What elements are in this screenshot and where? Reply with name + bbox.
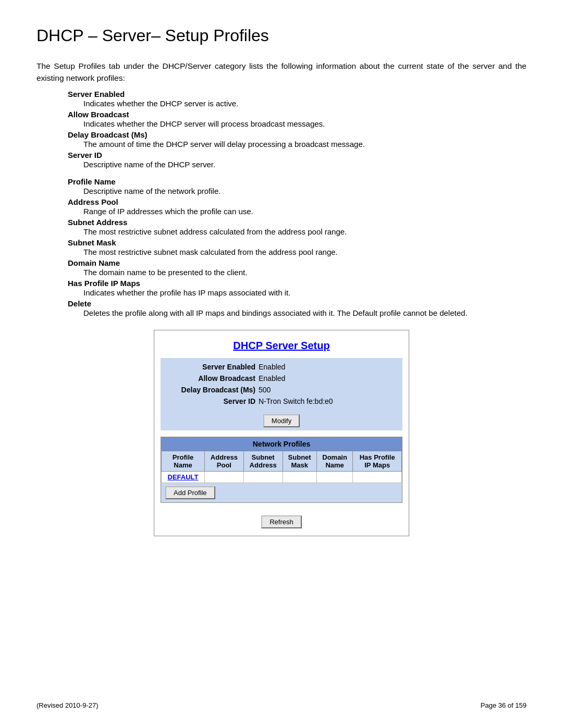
delay-broadcast-label: Delay Broadcast (Ms)	[165, 386, 259, 394]
refresh-row: Refresh	[154, 509, 409, 536]
field-list-1: Server Enabled Indicates whether the DHC…	[68, 90, 527, 169]
field-server-id: Server ID Descriptive name of the DHCP s…	[68, 151, 527, 169]
has-profile-ip-maps-cell	[353, 471, 402, 483]
network-profiles-header: Network Profiles	[161, 437, 402, 451]
table-header-row: ProfileName AddressPool SubnetAddress Su…	[162, 451, 402, 471]
server-id-value: N-Tron Switch fe:bd:e0	[259, 397, 398, 405]
add-profile-row: Add Profile	[161, 483, 402, 502]
th-subnet-address: SubnetAddress	[243, 451, 283, 471]
address-pool-cell	[205, 471, 244, 483]
intro-paragraph: The Setup Profiles tab under the DHCP/Se…	[36, 60, 527, 84]
modify-row: Modify	[161, 410, 402, 430]
subnet-mask-cell	[283, 471, 316, 483]
default-profile-link[interactable]: DEFAULT	[168, 473, 199, 481]
dhcp-panel-title: DHCP Server Setup	[154, 330, 409, 358]
delay-broadcast-row: Delay Broadcast (Ms) 500	[161, 384, 402, 396]
footer-page: Page 36 of 159	[481, 701, 527, 709]
server-id-row: Server ID N-Tron Switch fe:bd:e0	[161, 396, 402, 407]
profiles-table: ProfileName AddressPool SubnetAddress Su…	[161, 451, 402, 483]
field-server-enabled: Server Enabled Indicates whether the DHC…	[68, 90, 527, 108]
domain-name-cell	[316, 471, 353, 483]
page-title: DHCP – Server– Setup Profiles	[36, 26, 527, 45]
th-subnet-mask: SubnetMask	[283, 451, 316, 471]
field-domain-name: Domain Name The domain name to be presen…	[68, 258, 527, 277]
refresh-button[interactable]: Refresh	[261, 515, 302, 528]
field-subnet-address: Subnet Address The most restrictive subn…	[68, 218, 527, 236]
th-domain-name: DomainName	[316, 451, 353, 471]
delay-broadcast-value: 500	[259, 386, 398, 394]
server-info-section: Server Enabled Enabled Allow Broadcast E…	[161, 358, 402, 410]
footer-revised: (Revised 2010-9-27)	[36, 701, 99, 709]
th-profile-name: ProfileName	[162, 451, 205, 471]
server-enabled-row: Server Enabled Enabled	[161, 361, 402, 373]
field-list-2: Profile Name Descriptive name of the net…	[68, 177, 527, 317]
field-subnet-mask: Subnet Mask The most restrictive subnet …	[68, 238, 527, 256]
dhcp-server-setup-panel: DHCP Server Setup Server Enabled Enabled…	[154, 330, 409, 536]
field-delete: Delete Deletes the profile along with al…	[68, 299, 527, 317]
field-has-profile-ip-maps: Has Profile IP Maps Indicates whether th…	[68, 279, 527, 297]
server-enabled-label: Server Enabled	[165, 363, 259, 371]
th-address-pool: AddressPool	[205, 451, 244, 471]
allow-broadcast-row: Allow Broadcast Enabled	[161, 373, 402, 384]
allow-broadcast-label: Allow Broadcast	[165, 374, 259, 382]
subnet-address-cell	[243, 471, 283, 483]
modify-button[interactable]: Modify	[263, 414, 300, 427]
field-delay-broadcast: Delay Broadcast (Ms) The amount of time …	[68, 130, 527, 149]
field-allow-broadcast: Allow Broadcast Indicates whether the DH…	[68, 110, 527, 128]
server-enabled-value: Enabled	[259, 363, 398, 371]
footer: (Revised 2010-9-27) Page 36 of 159	[36, 701, 527, 709]
network-profiles-section: Network Profiles ProfileName AddressPool…	[161, 437, 402, 503]
field-address-pool: Address Pool Range of IP addresses which…	[68, 198, 527, 216]
default-profile-link-cell: DEFAULT	[162, 471, 205, 483]
server-id-label: Server ID	[165, 397, 259, 405]
allow-broadcast-value: Enabled	[259, 374, 398, 382]
field-profile-name: Profile Name Descriptive name of the net…	[68, 177, 527, 195]
th-has-profile-ip-maps: Has ProfileIP Maps	[353, 451, 402, 471]
table-row: DEFAULT	[162, 471, 402, 483]
add-profile-button[interactable]: Add Profile	[165, 486, 215, 499]
